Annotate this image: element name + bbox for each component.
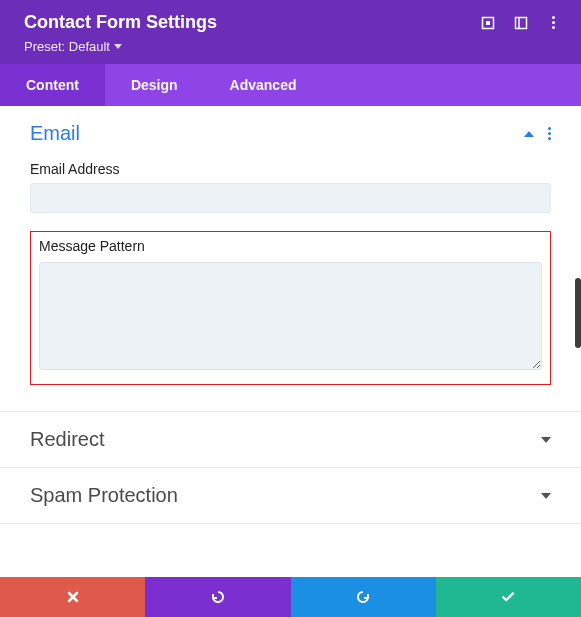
sidebar-icon[interactable] <box>513 15 528 30</box>
chevron-down-icon[interactable] <box>541 493 551 499</box>
modal-header: Contact Form Settings Preset: Default <box>0 0 581 64</box>
svg-rect-2 <box>515 17 526 28</box>
tab-content[interactable]: Content <box>0 64 105 106</box>
modal-title: Contact Form Settings <box>24 12 217 33</box>
tab-advanced[interactable]: Advanced <box>204 64 323 106</box>
section-spam-title: Spam Protection <box>30 484 178 507</box>
email-address-input[interactable] <box>30 183 551 213</box>
section-email-title: Email <box>30 122 80 145</box>
preset-label: Preset: Default <box>24 39 110 54</box>
email-address-label: Email Address <box>30 161 551 177</box>
message-pattern-input[interactable] <box>39 262 542 370</box>
redo-button[interactable] <box>291 577 436 617</box>
section-spam-actions <box>541 493 551 499</box>
message-pattern-label: Message Pattern <box>39 238 542 254</box>
section-email-actions <box>524 127 551 140</box>
responsive-icon[interactable] <box>480 15 495 30</box>
caret-down-icon <box>114 44 122 49</box>
undo-button[interactable] <box>145 577 290 617</box>
section-more-icon[interactable] <box>548 127 551 140</box>
tab-bar: Content Design Advanced <box>0 64 581 106</box>
section-redirect: Redirect <box>0 412 581 468</box>
preset-selector[interactable]: Preset: Default <box>24 39 561 54</box>
check-icon <box>500 589 516 605</box>
section-redirect-actions <box>541 437 551 443</box>
save-button[interactable] <box>436 577 581 617</box>
header-top-row: Contact Form Settings <box>24 12 561 33</box>
section-spam-header[interactable]: Spam Protection <box>0 468 581 523</box>
section-redirect-header[interactable]: Redirect <box>0 412 581 467</box>
tab-design[interactable]: Design <box>105 64 204 106</box>
footer-bar <box>0 577 581 617</box>
section-email-body: Email Address Message Pattern <box>0 161 581 411</box>
section-spam: Spam Protection <box>0 468 581 524</box>
svg-rect-1 <box>486 21 490 25</box>
section-redirect-title: Redirect <box>30 428 104 451</box>
settings-panel: Email Email Address Message Pattern Redi… <box>0 106 581 524</box>
close-button[interactable] <box>0 577 145 617</box>
scrollbar-handle[interactable] <box>575 278 581 348</box>
section-email: Email Email Address Message Pattern <box>0 106 581 412</box>
more-icon[interactable] <box>546 15 561 30</box>
message-pattern-highlight: Message Pattern <box>30 231 551 385</box>
redo-icon <box>355 589 371 605</box>
undo-icon <box>210 589 226 605</box>
section-email-header[interactable]: Email <box>0 106 581 161</box>
chevron-up-icon[interactable] <box>524 131 534 137</box>
close-icon <box>66 590 80 604</box>
header-icon-group <box>480 15 561 30</box>
chevron-down-icon[interactable] <box>541 437 551 443</box>
